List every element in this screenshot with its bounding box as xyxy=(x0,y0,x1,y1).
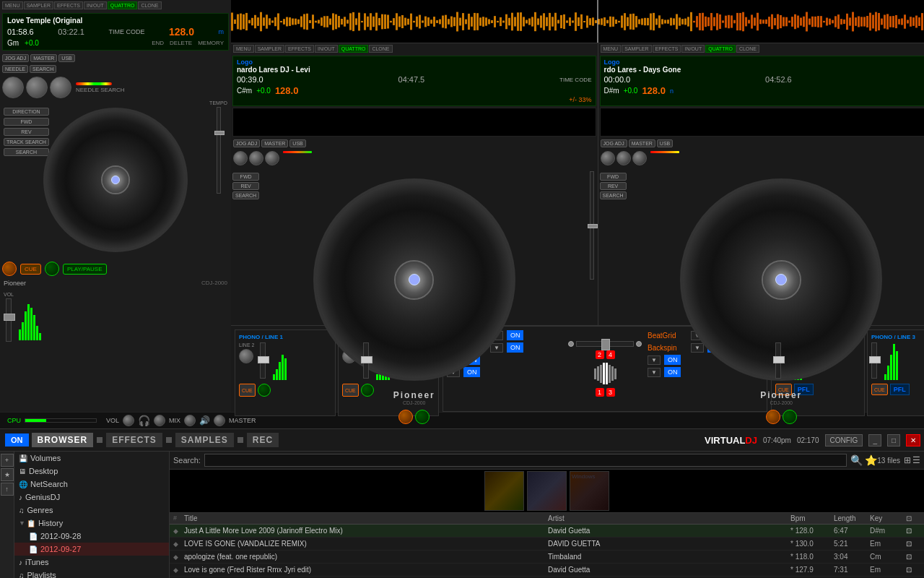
deck-left-menu-btn[interactable]: MENU xyxy=(2,1,23,9)
sidebar-item-playlists[interactable]: ♫ Playlists xyxy=(14,569,169,578)
deck-inner-right-jogadj[interactable]: JOG ADJ xyxy=(601,139,627,147)
deck-inner-left-effects[interactable]: EFFECTS xyxy=(285,45,314,53)
sidebar-icon-arrow-up[interactable]: ↑ xyxy=(1,483,14,496)
deck-inner-left-play-knob[interactable] xyxy=(415,410,430,424)
deck-inner-right-effects[interactable]: EFFECTS xyxy=(653,45,681,53)
deck-inner-left-jogadj[interactable]: JOG ADJ xyxy=(233,139,260,147)
track-action-1[interactable]: ⊡ xyxy=(906,540,920,548)
sidebar-item-desktop[interactable]: 🖥 Desktop xyxy=(14,465,169,478)
deck-left-tracksearch[interactable]: TRACK SEARCH xyxy=(4,138,49,146)
deck-inner-left-menu[interactable]: MENU xyxy=(233,45,254,53)
deck-inner-left-usb[interactable]: USB xyxy=(289,139,305,147)
col-length-header[interactable]: Length xyxy=(834,514,870,522)
phono-left-2-fader[interactable] xyxy=(363,342,369,379)
col-key-header[interactable]: Key xyxy=(870,514,906,522)
deck-left-master-btn[interactable]: MASTER xyxy=(30,54,57,62)
sidebar-item-genres[interactable]: ♫ Genres xyxy=(14,504,169,517)
sidebar-item-itunes[interactable]: ♪ iTunes xyxy=(14,556,169,569)
xf-main[interactable] xyxy=(576,341,634,347)
deck-left-turntable[interactable] xyxy=(43,108,188,252)
deck-left-eq-low[interactable] xyxy=(50,77,71,98)
grid-view-icon[interactable]: ⊞ xyxy=(904,455,911,465)
search-input[interactable] xyxy=(204,454,847,467)
deck-inner-right-master[interactable]: MASTER xyxy=(629,139,655,147)
sidebar-item-2012-09-27[interactable]: 📄 2012-09-27 xyxy=(14,543,169,556)
track-action-2[interactable]: ⊡ xyxy=(906,553,920,561)
deck-left-play-knob[interactable] xyxy=(45,262,59,276)
speaker-knob[interactable] xyxy=(214,415,225,426)
toolbar-rec-btn[interactable]: REC xyxy=(247,433,279,447)
deck-left-effects-btn[interactable]: EFFECTS xyxy=(54,1,83,9)
deck-left-eq-high[interactable] xyxy=(2,77,24,98)
deck-inner-right-knob2[interactable] xyxy=(616,151,631,165)
deck-left-search2[interactable]: SEARCH xyxy=(4,148,49,156)
toolbar-samples-btn[interactable]: SAMPLES xyxy=(175,433,234,447)
sidebar-item-2012-09-28[interactable]: 📄 2012-09-28 xyxy=(14,530,169,543)
phono-left-1-fader[interactable] xyxy=(260,342,266,379)
deck-inner-left-search[interactable]: SEARCH xyxy=(232,191,259,199)
sidebar-item-history[interactable]: ▼ 📋 History xyxy=(14,517,169,530)
bookmark-icon[interactable]: ⭐ xyxy=(865,454,877,466)
deck-inner-right-knob1[interactable] xyxy=(601,151,615,165)
track-action-3[interactable]: ⊡ xyxy=(906,566,920,574)
deck-inner-left-clone[interactable]: CLONE xyxy=(369,45,392,53)
deck-inner-right-menu[interactable]: MENU xyxy=(601,45,622,53)
track-row[interactable]: ◆ apologize (feat. one republic) Timbala… xyxy=(170,551,924,564)
deck-inner-left-rev[interactable]: REV xyxy=(232,182,259,190)
deck-left-rev-btn[interactable]: REV xyxy=(4,128,49,136)
deck-inner-left-knob3[interactable] xyxy=(265,151,279,165)
deck-left-quattro-btn[interactable]: QUATTRO xyxy=(108,1,138,9)
deck-inner-left-master[interactable]: MASTER xyxy=(261,139,288,147)
deck-inner-left-quattro[interactable]: QUATTRO xyxy=(339,45,369,53)
deck-left-vol-track[interactable] xyxy=(6,298,12,342)
deck-inner-right-clone[interactable]: CLONE xyxy=(736,45,759,53)
vol-knob[interactable] xyxy=(123,415,134,426)
toolbar-minimize-btn[interactable]: _ xyxy=(868,434,881,447)
list-view-icon[interactable]: ☰ xyxy=(912,455,920,465)
deck-inner-right-cue-knob[interactable] xyxy=(766,410,780,424)
col-title-header[interactable]: Title xyxy=(184,514,548,522)
deck-left-fwd-btn[interactable]: FWD xyxy=(4,118,49,126)
deck-inner-left-tempo-slider[interactable] xyxy=(590,171,594,280)
sidebar-item-geniusdj[interactable]: ♪ GeniusDJ xyxy=(14,491,169,504)
sidebar-item-volumes[interactable]: 💾 Volumes xyxy=(14,452,169,465)
deck-left-cue-btn[interactable]: CUE xyxy=(20,264,41,275)
deck-inner-left-inout[interactable]: IN/OUT xyxy=(315,45,338,53)
sidebar-item-netsearch[interactable]: 🌐 NetSearch xyxy=(14,478,169,491)
deck-left-direction-label[interactable]: DIRECTION xyxy=(4,108,49,116)
deck-left-sampler-btn[interactable]: SAMPLER xyxy=(24,1,53,9)
phono-right-1-fader[interactable] xyxy=(775,342,781,379)
deck-inner-right-turntable[interactable] xyxy=(680,178,882,381)
deck-inner-right-usb[interactable]: USB xyxy=(657,139,673,147)
deck-left-needle-btn[interactable]: NEEDLE xyxy=(2,65,28,73)
track-action-0[interactable]: ⊡ xyxy=(906,527,920,535)
sidebar-icon-add[interactable]: + xyxy=(1,454,14,467)
deck-left-cue-knob[interactable] xyxy=(2,262,17,276)
deck-inner-right-play-knob[interactable] xyxy=(783,410,797,424)
deck-inner-left-fwd[interactable]: FWD xyxy=(232,173,259,181)
col-bpm-header[interactable]: Bpm xyxy=(790,514,834,522)
toolbar-effects-btn[interactable]: EFFECTS xyxy=(106,433,162,447)
deck-left-inout-btn[interactable]: IN/OUT xyxy=(84,1,107,9)
deck-inner-right-inout[interactable]: IN/OUT xyxy=(681,45,705,53)
deck-left-eq-mid[interactable] xyxy=(26,77,48,98)
deck-inner-right-sampler[interactable]: SAMPLER xyxy=(622,45,651,53)
deck-left-play-btn[interactable]: PLAY/PAUSE xyxy=(63,264,107,275)
track-row[interactable]: ◆ LOVE IS GONE (VANDALIZE REMIX) DAVID G… xyxy=(170,538,924,551)
deck-left-usb-btn[interactable]: USB xyxy=(58,54,74,62)
track-row[interactable]: ◆ Just A Little More Love 2009 (Jarinoff… xyxy=(170,525,924,538)
toolbar-close-btn[interactable]: ✕ xyxy=(906,434,920,447)
phono-right-2-fader[interactable] xyxy=(871,342,877,379)
deck-inner-right-fwd[interactable]: FWD xyxy=(600,173,627,181)
toolbar-maximize-btn[interactable]: □ xyxy=(887,434,900,447)
toolbar-browser-btn[interactable]: BROWSER xyxy=(32,433,94,447)
deck-left-tempo-slider[interactable] xyxy=(217,107,221,194)
deck-inner-left-turntable[interactable] xyxy=(313,178,515,381)
mix-knob[interactable] xyxy=(184,415,196,426)
deck-inner-left-knob1[interactable] xyxy=(233,151,248,165)
deck-left-search-btn[interactable]: SEARCH xyxy=(30,65,56,73)
track-row[interactable]: ◆ Love is gone (Fred Rister Rmx Jyri edi… xyxy=(170,564,924,577)
deck-inner-right-search[interactable]: SEARCH xyxy=(600,191,627,199)
sidebar-icon-star[interactable]: ★ xyxy=(1,468,14,481)
deck-inner-right-rev[interactable]: REV xyxy=(600,182,627,190)
